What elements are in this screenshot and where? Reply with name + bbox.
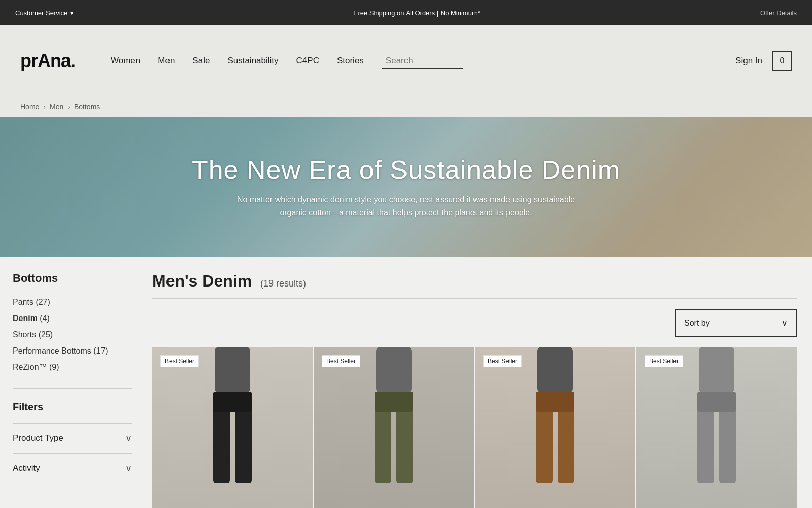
hero-subtitle: No matter which dynamic denim style you … bbox=[228, 193, 584, 219]
results-count: (19 results) bbox=[260, 278, 306, 289]
filters-title: Filters bbox=[13, 401, 132, 413]
filter-product-type-chevron: ∨ bbox=[125, 433, 132, 444]
site-logo[interactable]: prAna. bbox=[20, 50, 75, 72]
sidebar-item-rezion[interactable]: ReZion™ (9) bbox=[13, 359, 132, 375]
product-card[interactable]: Best Seller bbox=[314, 347, 474, 508]
product-card[interactable]: Best Seller bbox=[475, 347, 635, 508]
sidebar-item-performance-label: Performance Bottoms bbox=[13, 346, 91, 355]
svg-rect-3 bbox=[213, 392, 252, 412]
offer-details-link[interactable]: Offer Details bbox=[760, 9, 797, 17]
sidebar-title: Bottoms bbox=[13, 272, 132, 285]
svg-rect-12 bbox=[699, 347, 734, 393]
product-image bbox=[475, 347, 635, 508]
sidebar: Bottoms Pants (27) Denim (4) Shorts (25)… bbox=[0, 257, 145, 508]
product-grid: Best Seller Best Seller bbox=[152, 347, 797, 508]
svg-rect-0 bbox=[215, 347, 250, 393]
best-seller-badge: Best Seller bbox=[322, 355, 360, 367]
search-container bbox=[382, 54, 463, 69]
best-seller-badge: Best Seller bbox=[483, 355, 522, 367]
customer-service-label: Customer Service bbox=[15, 9, 67, 17]
hero-banner: The New Era of Sustainable Denim No matt… bbox=[0, 117, 812, 257]
sidebar-item-pants-count: (27) bbox=[36, 298, 50, 306]
sidebar-item-shorts-count: (25) bbox=[39, 330, 53, 339]
filter-activity-label: Activity bbox=[13, 463, 40, 473]
svg-rect-8 bbox=[537, 347, 573, 393]
cart-count: 0 bbox=[780, 56, 785, 66]
nav-item-men[interactable]: Men bbox=[158, 56, 175, 66]
breadcrumb-men[interactable]: Men bbox=[50, 103, 63, 111]
sort-chevron-icon: ∨ bbox=[782, 318, 788, 328]
hero-title: The New Era of Sustainable Denim bbox=[192, 154, 620, 185]
filter-activity-chevron: ∨ bbox=[125, 463, 132, 474]
site-header: prAna. Women Men Sale Sustainability C4P… bbox=[0, 25, 812, 97]
header-right: Sign In 0 bbox=[735, 51, 792, 71]
filter-section-product-type[interactable]: Product Type ∨ bbox=[13, 423, 132, 453]
main-nav: Women Men Sale Sustainability C4PC Stori… bbox=[111, 54, 715, 69]
filter-section-activity[interactable]: Activity ∨ bbox=[13, 453, 132, 483]
breadcrumb-sep-2: › bbox=[67, 103, 70, 111]
top-banner: Customer Service ▾ Free Shipping on All … bbox=[0, 0, 812, 25]
breadcrumb: Home › Men › Bottoms bbox=[0, 97, 812, 117]
sidebar-item-shorts-label: Shorts bbox=[13, 330, 36, 339]
nav-item-c4pc[interactable]: C4PC bbox=[296, 56, 319, 66]
customer-service-chevron: ▾ bbox=[70, 9, 74, 17]
sidebar-divider bbox=[13, 388, 132, 389]
best-seller-badge: Best Seller bbox=[160, 355, 199, 367]
products-area: Men's Denim (19 results) Sort by ∨ Best … bbox=[145, 257, 812, 508]
filter-product-type-label: Product Type bbox=[13, 433, 63, 443]
sort-dropdown[interactable]: Sort by ∨ bbox=[675, 309, 797, 337]
breadcrumb-sep-1: › bbox=[43, 103, 46, 111]
promo-banner: Free Shipping on All Orders | No Minimum… bbox=[74, 9, 760, 17]
product-image bbox=[152, 347, 313, 508]
sidebar-item-pants-label: Pants bbox=[13, 298, 33, 306]
sidebar-item-shorts[interactable]: Shorts (25) bbox=[13, 327, 132, 343]
sort-by-label: Sort by bbox=[684, 319, 710, 328]
search-input[interactable] bbox=[382, 54, 463, 69]
nav-item-stories[interactable]: Stories bbox=[337, 56, 364, 66]
nav-item-sale[interactable]: Sale bbox=[192, 56, 210, 66]
svg-rect-15 bbox=[697, 392, 736, 412]
svg-rect-4 bbox=[376, 347, 412, 393]
cart-button[interactable]: 0 bbox=[772, 51, 792, 71]
sidebar-item-rezion-count: (9) bbox=[49, 363, 59, 371]
products-divider bbox=[152, 298, 797, 299]
svg-rect-11 bbox=[536, 392, 574, 412]
customer-service-menu[interactable]: Customer Service ▾ bbox=[15, 9, 74, 17]
products-title: Men's Denim (19 results) bbox=[152, 272, 797, 291]
product-image-svg bbox=[314, 347, 474, 508]
best-seller-badge: Best Seller bbox=[645, 355, 683, 367]
sidebar-item-rezion-label: ReZion™ bbox=[13, 363, 47, 371]
product-card[interactable]: Best Seller bbox=[636, 347, 797, 508]
sort-bar: Sort by ∨ bbox=[152, 309, 797, 337]
sidebar-item-performance-count: (17) bbox=[93, 346, 108, 355]
product-image-svg bbox=[152, 347, 313, 508]
main-content: Bottoms Pants (27) Denim (4) Shorts (25)… bbox=[0, 257, 812, 508]
product-card[interactable]: Best Seller bbox=[152, 347, 313, 508]
sidebar-item-denim[interactable]: Denim (4) bbox=[13, 310, 132, 327]
sidebar-item-pants[interactable]: Pants (27) bbox=[13, 294, 132, 310]
sign-in-link[interactable]: Sign In bbox=[735, 56, 762, 66]
breadcrumb-current: Bottoms bbox=[74, 103, 100, 111]
breadcrumb-home[interactable]: Home bbox=[20, 103, 39, 111]
sidebar-item-denim-count: (4) bbox=[40, 314, 50, 323]
sidebar-item-denim-label: Denim bbox=[13, 314, 38, 323]
product-image-svg bbox=[475, 347, 635, 508]
product-image bbox=[314, 347, 474, 508]
product-image-svg bbox=[636, 347, 797, 508]
products-header: Men's Denim (19 results) bbox=[152, 272, 797, 291]
nav-item-women[interactable]: Women bbox=[111, 56, 140, 66]
nav-item-sustainability[interactable]: Sustainability bbox=[227, 56, 278, 66]
product-image bbox=[636, 347, 797, 508]
svg-rect-7 bbox=[375, 392, 413, 412]
sidebar-item-performance-bottoms[interactable]: Performance Bottoms (17) bbox=[13, 343, 132, 359]
